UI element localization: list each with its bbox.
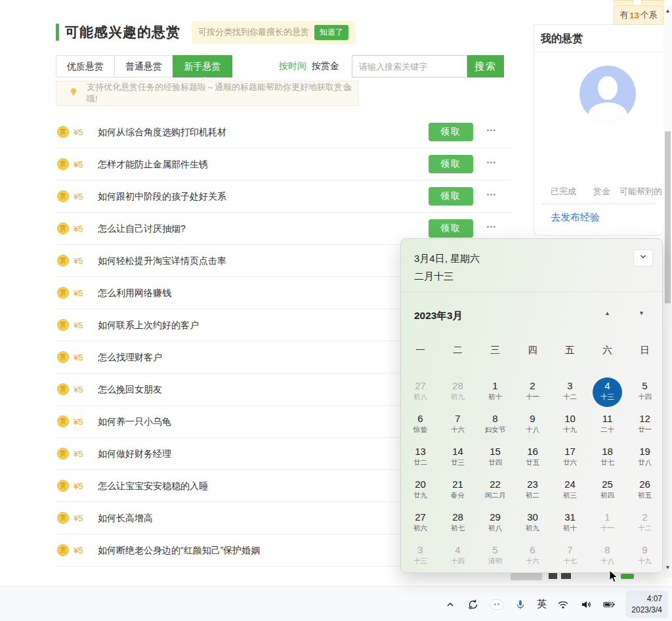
reward-title-link[interactable]: 如何从综合角度选购打印机耗材: [98, 127, 226, 139]
calendar-day[interactable]: 12廿一: [626, 410, 663, 442]
more-options-icon[interactable]: •••: [486, 190, 496, 198]
calendar-day[interactable]: 16廿五: [514, 442, 551, 475]
reward-tab[interactable]: 普通悬赏: [115, 56, 173, 77]
search-button[interactable]: 搜索: [467, 55, 504, 77]
more-options-icon[interactable]: •••: [486, 223, 496, 230]
reward-title-link[interactable]: 怎么挽回女朋友: [98, 384, 162, 396]
tip-close-icon[interactable]: ×: [346, 83, 352, 94]
calendar-day[interactable]: 1初十: [476, 377, 514, 410]
calendar-day[interactable]: 11二十: [589, 410, 626, 442]
calendar-day[interactable]: 5十四: [626, 377, 663, 410]
reward-title-link[interactable]: 如何断绝老公身边的“红颜知己”保护婚姻: [98, 545, 260, 557]
more-options-icon[interactable]: •••: [486, 158, 496, 166]
day-lunar-label: 初五: [638, 491, 652, 500]
reward-title-link[interactable]: 怎么让宝宝安安稳稳的入睡: [98, 481, 208, 492]
calendar-day[interactable]: 18廿七: [589, 442, 626, 475]
calendar-day[interactable]: 8妇女节: [476, 410, 514, 442]
sync-icon[interactable]: [467, 598, 480, 611]
reward-tab[interactable]: 优质悬赏: [56, 56, 115, 77]
reward-title-link[interactable]: 如何跟初中阶段的孩子处好关系: [98, 191, 226, 203]
reward-title-link[interactable]: 怎样才能防止金属部件生锈: [98, 159, 208, 171]
calendar-day[interactable]: 21春分: [439, 475, 476, 508]
calendar-day[interactable]: 10十九: [551, 410, 589, 442]
calendar-day[interactable]: 25初四: [589, 475, 626, 508]
day-lunar-label: 廿二: [413, 458, 427, 467]
calendar-next-month-arrow[interactable]: ▼: [639, 310, 644, 316]
calendar-month-label[interactable]: 2023年3月: [414, 309, 463, 323]
calendar-day[interactable]: 17廿六: [551, 442, 589, 475]
calendar-day[interactable]: 29初八: [476, 508, 514, 541]
reward-title-link[interactable]: 如何轻松提升淘宝详情页点击率: [98, 255, 226, 267]
calendar-day[interactable]: 2十一: [514, 377, 551, 410]
day-lunar-label: 廿九: [413, 491, 427, 500]
calendar-day[interactable]: 4十四: [439, 541, 476, 574]
day-lunar-label: 十四: [451, 557, 465, 565]
calendar-day[interactable]: 3十二: [551, 377, 589, 410]
sort-by-time[interactable]: 按时间: [279, 60, 306, 72]
reward-tab[interactable]: 新手悬赏: [173, 55, 232, 77]
claim-button[interactable]: 领取: [429, 219, 473, 238]
calendar-day[interactable]: 3十三: [402, 541, 439, 574]
calendar-day[interactable]: 9十八: [514, 410, 551, 442]
calendar-day[interactable]: 22闰二月: [476, 475, 514, 508]
sort-by-reward[interactable]: 按赏金: [312, 60, 339, 72]
calendar-day[interactable]: 31初十: [551, 508, 589, 541]
wifi-icon[interactable]: [556, 598, 570, 611]
battery-icon[interactable]: [602, 598, 616, 611]
weekday-label: 三: [476, 344, 514, 356]
calendar-day-selected[interactable]: 4十三: [589, 377, 626, 410]
system-notification-badge[interactable]: 有 13 个系: [614, 5, 663, 25]
reward-title-link[interactable]: 如何联系上次约好的客户: [98, 320, 199, 332]
calendar-day[interactable]: 6惊蛰: [402, 410, 439, 442]
calendar-day[interactable]: 14廿三: [439, 442, 476, 475]
calendar-day[interactable]: 8十八: [589, 541, 626, 574]
calendar-day[interactable]: 19廿八: [626, 442, 663, 475]
taskbar-clock[interactable]: 4:07 2023/3/4: [625, 591, 668, 617]
claim-button[interactable]: 领取: [429, 155, 473, 173]
calendar-prev-month-arrow[interactable]: ▲: [604, 310, 610, 316]
calendar-day[interactable]: 26初五: [626, 475, 663, 508]
scrollbar-thumb[interactable]: [665, 131, 671, 303]
calendar-day[interactable]: 5清明: [476, 541, 514, 574]
calendar-day[interactable]: 13廿二: [402, 442, 439, 475]
show-hidden-icons-chevron[interactable]: [444, 598, 457, 611]
partial-content-fragment: [511, 573, 542, 580]
calendar-day[interactable]: 7十六: [439, 410, 476, 442]
speaker-icon[interactable]: [579, 598, 593, 611]
claim-button[interactable]: 领取: [429, 187, 473, 205]
page-scrollbar[interactable]: ▲ ▼: [663, 5, 672, 578]
calendar-day[interactable]: 28初七: [439, 508, 476, 541]
more-options-icon[interactable]: •••: [486, 126, 496, 134]
reward-title-link[interactable]: 如何养一只小乌龟: [98, 416, 171, 428]
calendar-day[interactable]: 6十六: [514, 541, 551, 574]
claim-button[interactable]: 领取: [429, 123, 473, 141]
publish-experience-link[interactable]: 去发布经验: [551, 211, 600, 224]
calendar-day[interactable]: 1十一: [589, 508, 626, 541]
calendar-day[interactable]: 23初二: [514, 475, 551, 508]
reward-title-link[interactable]: 怎么利用网络赚钱: [98, 288, 171, 299]
reward-title-link[interactable]: 怎么让自己讨厌抽烟?: [98, 223, 186, 235]
reward-title-link[interactable]: 如何长高增高: [98, 513, 153, 525]
calendar-day[interactable]: 27初六: [402, 508, 439, 541]
tray-status-icon[interactable]: [490, 599, 504, 610]
search-input[interactable]: [352, 55, 467, 77]
panel-divider: [534, 52, 663, 53]
reward-title-link[interactable]: 怎么找理财客户: [98, 352, 162, 364]
input-language-indicator[interactable]: 英: [537, 598, 547, 610]
microphone-icon[interactable]: [514, 598, 527, 611]
calendar-day[interactable]: 20廿九: [402, 475, 439, 508]
calendar-day[interactable]: 27初八: [402, 377, 439, 410]
coin-icon: 赏: [57, 287, 69, 299]
scrollbar-up-arrow[interactable]: ▲: [663, 7, 672, 16]
calendar-day[interactable]: 15廿四: [476, 442, 514, 475]
calendar-day[interactable]: 7十七: [551, 541, 589, 574]
hint-ok-button[interactable]: 知道了: [314, 25, 348, 40]
scrollbar-down-arrow[interactable]: ▼: [663, 563, 672, 572]
calendar-day[interactable]: 30初九: [514, 508, 551, 541]
reward-title-link[interactable]: 如何做好财务经理: [98, 448, 171, 460]
calendar-day[interactable]: 28初九: [439, 377, 476, 410]
calendar-day[interactable]: 9十九: [626, 541, 663, 574]
calendar-day[interactable]: 2十二: [626, 508, 663, 541]
calendar-collapse-button[interactable]: [633, 249, 653, 267]
calendar-day[interactable]: 24初三: [551, 475, 589, 508]
